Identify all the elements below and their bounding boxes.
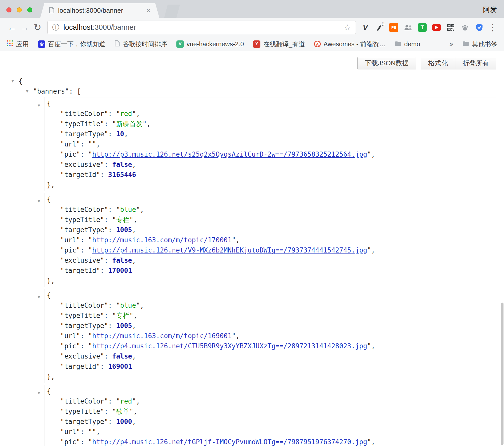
json-token: ,	[132, 161, 136, 168]
fullscreen-window-button[interactable]	[27, 7, 32, 12]
browser-menu-icon[interactable]: ⋮	[488, 23, 497, 32]
json-token: "	[132, 397, 136, 405]
json-token: :	[104, 216, 112, 224]
json-token: :	[108, 322, 116, 330]
json-token: "	[367, 151, 371, 158]
format-button[interactable]: 格式化	[421, 57, 455, 69]
scrollbar-thumb[interactable]	[501, 303, 503, 445]
json-token: },	[47, 373, 55, 380]
json-token: "targetId"	[60, 363, 100, 370]
json-token: "	[129, 408, 133, 415]
download-json-button[interactable]: 下载JSON数据	[357, 57, 416, 69]
json-line: "targetId": 170001	[45, 265, 496, 276]
collapse-toggle-icon[interactable]: ▼	[38, 295, 40, 300]
address-bar[interactable]: ⓘ localhost:3000/banner ☆	[47, 21, 356, 34]
play-icon	[435, 26, 438, 29]
collapse-toggle-icon[interactable]: ▼	[11, 76, 14, 86]
profile-name[interactable]: 阿发	[483, 5, 497, 14]
youtube-extension-icon[interactable]	[432, 23, 441, 32]
json-token: "	[116, 206, 120, 213]
json-token: "pic"	[60, 151, 80, 158]
json-token: "	[92, 140, 96, 148]
json-token: 3165446	[108, 171, 136, 179]
close-window-button[interactable]	[6, 7, 11, 12]
collapse-all-button[interactable]: 折叠所有	[455, 57, 496, 69]
bookmark-item-awesomes[interactable]: A Awesomes - 前端资…	[314, 40, 386, 48]
json-token: ,	[132, 257, 136, 264]
json-token: false	[112, 257, 132, 264]
bookmark-item-google-sort[interactable]: 谷歌按时间排序	[115, 40, 167, 48]
json-token: ,	[136, 110, 140, 117]
json-token: :	[80, 342, 88, 350]
bookmark-item-baidu[interactable]: 百度一下，你就知道	[38, 40, 105, 48]
json-link[interactable]: http://p4.music.126.net/CTU5B9R9y3XyYBZX…	[92, 342, 367, 350]
collapse-toggle-icon[interactable]: ▼	[38, 391, 40, 395]
url-text[interactable]: localhost:3000/banner	[63, 23, 136, 32]
json-link[interactable]: http://p4.music.126.net/V9-MXz6b2MNhEKju…	[92, 246, 367, 254]
collapse-toggle-icon[interactable]: ▼	[38, 199, 40, 204]
json-token: ,	[96, 140, 100, 148]
bookmark-item-other-bookmarks[interactable]: 其他书签	[463, 40, 497, 48]
json-token: :	[80, 151, 88, 158]
json-line: "exclusive": false,	[45, 255, 496, 265]
minimize-window-button[interactable]	[17, 7, 22, 12]
bookmarks-overflow-chevron[interactable]: »	[449, 40, 453, 48]
youdao-dict-extension-icon[interactable]: 英	[375, 23, 384, 32]
new-tab-button[interactable]	[164, 5, 180, 18]
json-object-box: ▼{"titleColor": "blue","typeTitle": "专栏"…	[45, 193, 496, 287]
json-token: "	[88, 151, 92, 158]
json-token: "	[136, 302, 140, 309]
json-token: :	[100, 363, 108, 370]
json-line: },	[45, 276, 496, 286]
json-token: "url"	[60, 428, 80, 436]
shield-check-extension-icon[interactable]	[474, 23, 484, 32]
awesomes-icon: A	[314, 41, 321, 47]
json-token: 1005	[116, 322, 132, 330]
json-toolbar: 下载JSON数据 格式化 折叠所有	[0, 51, 504, 69]
tab-close-icon[interactable]: ×	[146, 7, 151, 14]
bookmark-item-youdao-translate[interactable]: Y 在线翻译_有道	[253, 40, 305, 48]
bookmark-item-apps[interactable]: 应用	[7, 40, 29, 48]
page-info-icon[interactable]: ⓘ	[52, 23, 59, 32]
json-token: ,	[132, 226, 136, 234]
json-link[interactable]: http://p3.music.126.net/s25q2x5QyqsAzilC…	[92, 151, 367, 158]
json-link[interactable]: http://music.163.com/m/topic/169001	[92, 332, 232, 340]
collapse-toggle-icon[interactable]: ▼	[26, 86, 29, 96]
json-token: :	[80, 438, 88, 446]
json-link[interactable]: http://p4.music.126.net/tGPljf-IMOCyPvum…	[92, 438, 367, 446]
json-link[interactable]: http://music.163.com/m/topic/170001	[92, 236, 232, 244]
json-line: "pic": "http://p3.music.126.net/s25q2x5Q…	[45, 149, 496, 159]
forward-button-icon: →	[18, 23, 31, 32]
bookmark-item-vue-hackernews[interactable]: V vue-hackernews-2.0	[176, 40, 244, 48]
qr-code-extension-icon[interactable]	[446, 23, 456, 32]
json-token: {	[19, 77, 23, 85]
json-token: "	[132, 110, 136, 117]
json-token: ,	[133, 312, 137, 319]
bookmark-star-icon[interactable]: ☆	[344, 23, 351, 32]
json-token: :	[80, 428, 88, 436]
vimium-extension-icon[interactable]: V	[360, 23, 370, 32]
json-token: 新碟首发	[116, 120, 143, 128]
json-token: "	[88, 236, 92, 244]
bookmark-item-demo-folder[interactable]: demo	[395, 40, 420, 48]
back-button-icon[interactable]: ←	[6, 23, 18, 32]
collapse-toggle-icon[interactable]: ▼	[38, 103, 40, 108]
json-token: ,	[371, 246, 375, 254]
json-token: "	[367, 438, 371, 446]
reload-button-icon[interactable]: ↻	[31, 23, 44, 32]
json-line: },	[45, 180, 496, 190]
t-shield-extension-icon[interactable]: T	[417, 23, 427, 32]
bookmark-label: Awesomes - 前端资…	[324, 40, 386, 48]
json-token: ,	[124, 130, 128, 138]
json-token: ,	[371, 438, 375, 446]
browser-tab[interactable]: localhost:3000/banner ×	[40, 3, 159, 18]
json-token: ,	[371, 342, 375, 350]
json-token: "	[112, 216, 116, 224]
json-token: ,	[136, 397, 140, 405]
paw-extension-icon[interactable]	[460, 23, 470, 32]
fehelper-extension-icon[interactable]: FE	[389, 23, 399, 32]
json-token: "exclusive"	[60, 161, 104, 168]
json-token: {	[47, 387, 51, 395]
people-extension-icon[interactable]	[403, 23, 413, 32]
bookmark-label: vue-hackernews-2.0	[187, 40, 244, 48]
